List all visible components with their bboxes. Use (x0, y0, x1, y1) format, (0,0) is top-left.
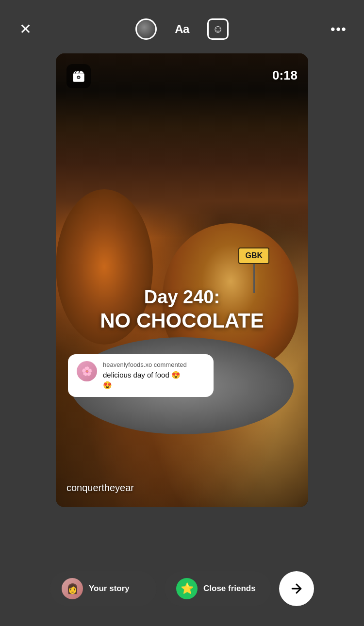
your-story-avatar: 👩 (62, 578, 83, 599)
comment-text: delicious day of food 😍😍 (103, 370, 205, 390)
arrow-right-icon (289, 581, 304, 596)
day-text: Day 240: (66, 286, 298, 309)
close-friends-button[interactable]: ⭐ Close friends (165, 571, 271, 606)
next-button[interactable] (279, 571, 314, 606)
gbk-label: GBK (238, 247, 269, 264)
choc-text: NO CHOCOLATE (66, 309, 298, 333)
close-button[interactable]: ✕ (15, 18, 36, 40)
your-story-label: Your story (89, 584, 130, 593)
story-text-overlay: Day 240: NO CHOCOLATE (56, 286, 308, 333)
text-tool-button[interactable]: Aa (171, 18, 193, 40)
bottom-bar: 👩 Your story ⭐ Close friends (0, 556, 364, 626)
sticker-button[interactable] (207, 18, 229, 40)
comment-bubble: 🌸 heavenlyfoods.xo commented delicious d… (68, 354, 214, 397)
toolbar-center: Aa (135, 18, 229, 40)
commenter-avatar: 🌸 (77, 361, 97, 381)
more-options-button[interactable]: ••• (328, 18, 349, 40)
top-toolbar: ✕ Aa ••• (0, 0, 364, 53)
video-timer: 0:18 (272, 68, 298, 83)
story-username: conquertheyear (66, 482, 134, 494)
close-friends-star-icon: ⭐ (176, 578, 198, 599)
comment-content: heavenlyfoods.xo commented delicious day… (103, 361, 205, 390)
your-story-button[interactable]: 👩 Your story (50, 571, 157, 606)
story-card: 0:18 GBK Day 240: NO CHOCOLATE 🌸 heavenl… (56, 53, 308, 507)
commenter-username: heavenlyfoods.xo commented (103, 361, 205, 368)
video-clapboard-icon (66, 64, 91, 88)
camera-mode-icon[interactable] (135, 18, 157, 40)
close-friends-label: Close friends (203, 584, 256, 593)
